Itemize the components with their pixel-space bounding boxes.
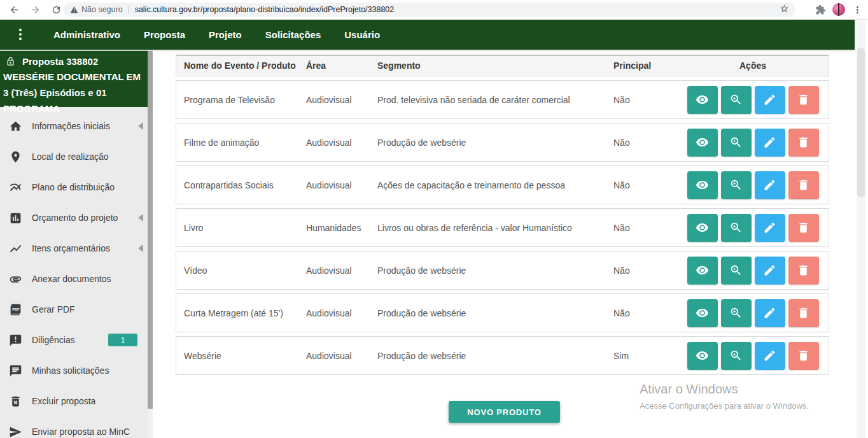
diligencias-count-badge: 1: [108, 334, 137, 346]
cell-nome: Curta Metragem (até 15'): [176, 308, 306, 318]
cell-area: Audiovisual: [306, 265, 377, 276]
page-scrollbar-track[interactable]: [857, 19, 865, 438]
chat-icon: [8, 364, 22, 378]
sidebar-item-diligencias[interactable]: Diligências1: [0, 325, 148, 355]
pencil-icon: [763, 349, 776, 362]
edit-button[interactable]: [755, 86, 785, 114]
chevron-left-icon: [138, 244, 143, 252]
edit-button[interactable]: [755, 171, 785, 199]
view-button[interactable]: [687, 299, 718, 327]
pencil-icon: [763, 264, 776, 277]
sidebar-item-orcamento-do-projeto[interactable]: Orçamento do projeto: [0, 202, 148, 233]
delete-button[interactable]: [788, 257, 819, 285]
sidebar-item-enviar-proposta-ao-minc[interactable]: Enviar proposta ao MinC: [0, 416, 148, 438]
browser-window: Não seguro salic.cultura.gov.br/proposta…: [0, 0, 868, 438]
extensions-puzzle-icon[interactable]: [813, 3, 827, 17]
bookmark-star-icon[interactable]: [780, 4, 789, 16]
cell-nome: Websérie: [176, 351, 306, 361]
app-menu-kebab-icon[interactable]: [14, 29, 27, 40]
trash-icon: [797, 306, 810, 320]
view-button[interactable]: [687, 214, 718, 242]
not-secure-chip[interactable]: Não seguro: [70, 5, 123, 14]
zoom-button[interactable]: [721, 86, 752, 114]
sidebar-item-gerar-pdf[interactable]: PDFGerar PDF: [0, 294, 148, 325]
delete-button[interactable]: [788, 342, 819, 370]
sidebar-item-informacoes-iniciais[interactable]: Informações iniciais: [0, 111, 148, 141]
proposal-header: Proposta 338802 WEBSÉRIE DOCUMENTAL EM 3…: [0, 51, 148, 107]
sidebar-item-label: Orçamento do projeto: [32, 213, 118, 223]
sidebar-item-plano-de-distribuicao[interactable]: Plano de distribuição: [0, 172, 148, 202]
view-button[interactable]: [687, 171, 718, 199]
sidebar-item-minhas-solicitacoes[interactable]: Minhas solicitações: [0, 355, 148, 386]
zoom-button[interactable]: [721, 257, 752, 285]
row-actions: [687, 214, 819, 242]
cell-segmento: Produção de websérie: [377, 265, 613, 276]
zoom-button[interactable]: [721, 129, 752, 157]
row-actions: [687, 257, 819, 285]
security-label: Não seguro: [81, 5, 123, 14]
cell-segmento: Livros ou obras de referência - valor Hu…: [377, 223, 613, 233]
page-scrollbar-thumb[interactable]: [857, 48, 865, 197]
cell-segmento: Prod. televisiva não seriada de caráter …: [377, 95, 613, 105]
delete-button[interactable]: [788, 214, 819, 242]
edit-button[interactable]: [755, 129, 785, 157]
view-button[interactable]: [687, 257, 718, 285]
trash-icon: [797, 264, 810, 277]
sidebar-item-label: Diligências: [32, 335, 75, 345]
chevron-left-icon: [138, 214, 143, 222]
reload-button[interactable]: [49, 3, 63, 17]
trash-icon: [797, 93, 810, 106]
sidebar-item-label: Gerar PDF: [32, 304, 75, 314]
row-actions: [687, 171, 819, 199]
delete-button[interactable]: [788, 171, 819, 199]
zoom-button[interactable]: [721, 171, 752, 199]
nav-item-administrativo[interactable]: Administrativo: [53, 29, 120, 40]
delete-button[interactable]: [788, 86, 819, 114]
cell-segmento: Produção de websérie: [377, 138, 613, 148]
view-button[interactable]: [687, 342, 718, 370]
table-row: Contrapartidas SociaisAudiovisualAções d…: [176, 166, 829, 204]
view-button[interactable]: [687, 86, 718, 114]
pencil-icon: [763, 136, 776, 149]
sidebar-scrollbar-thumb[interactable]: [148, 51, 153, 409]
delete-button[interactable]: [788, 299, 819, 327]
zoom-button[interactable]: [721, 299, 752, 327]
trash-icon: [797, 178, 810, 192]
browser-toolbar: Não seguro salic.cultura.gov.br/proposta…: [0, 0, 868, 20]
cell-principal: Não: [613, 138, 677, 148]
zoom-button[interactable]: [721, 214, 752, 242]
zoom-button[interactable]: [721, 342, 752, 370]
edit-button[interactable]: [755, 342, 785, 370]
cell-area: Audiovisual: [306, 138, 377, 148]
view-button[interactable]: [687, 129, 718, 157]
send-icon: [8, 425, 22, 438]
edit-button[interactable]: [755, 214, 785, 242]
eye-icon: [696, 93, 709, 106]
place-icon: [8, 150, 22, 164]
profile-avatar[interactable]: [832, 3, 845, 16]
delete-button[interactable]: [788, 129, 819, 157]
zoom-in-icon: [729, 264, 743, 277]
sidebar-scrollbar-track[interactable]: [148, 50, 153, 438]
edit-button[interactable]: [755, 299, 785, 327]
sidebar-item-excluir-proposta[interactable]: Excluir proposta: [0, 386, 148, 416]
sidebar-item-local-de-realizacao[interactable]: Local de realização: [0, 141, 148, 172]
nav-item-projeto[interactable]: Projeto: [209, 29, 242, 40]
table-row: Curta Metragem (até 15')AudiovisualProdu…: [176, 293, 829, 332]
back-button[interactable]: [7, 3, 21, 17]
cell-principal: Sim: [613, 351, 677, 361]
sidebar-item-anexar-documentos[interactable]: Anexar documentos: [0, 264, 148, 294]
svg-text:PDF: PDF: [12, 307, 20, 311]
forward-button[interactable]: [28, 3, 42, 17]
novo-produto-button[interactable]: NOVO PRODUTO: [449, 401, 560, 423]
edit-button[interactable]: [755, 257, 785, 285]
nav-item-proposta[interactable]: Proposta: [144, 29, 185, 40]
row-actions: [687, 129, 819, 157]
sidebar-item-label: Minhas solicitações: [32, 365, 109, 376]
nav-item-solicitacoes[interactable]: Solicitações: [265, 29, 321, 40]
sidebar-item-itens-orcamentarios[interactable]: Itens orçamentários: [0, 233, 148, 264]
zoom-in-icon: [729, 349, 743, 362]
browser-menu-kebab-icon[interactable]: [850, 3, 864, 17]
address-bar[interactable]: Não seguro salic.cultura.gov.br/proposta…: [64, 3, 795, 17]
nav-item-usuario[interactable]: Usuário: [344, 29, 380, 40]
